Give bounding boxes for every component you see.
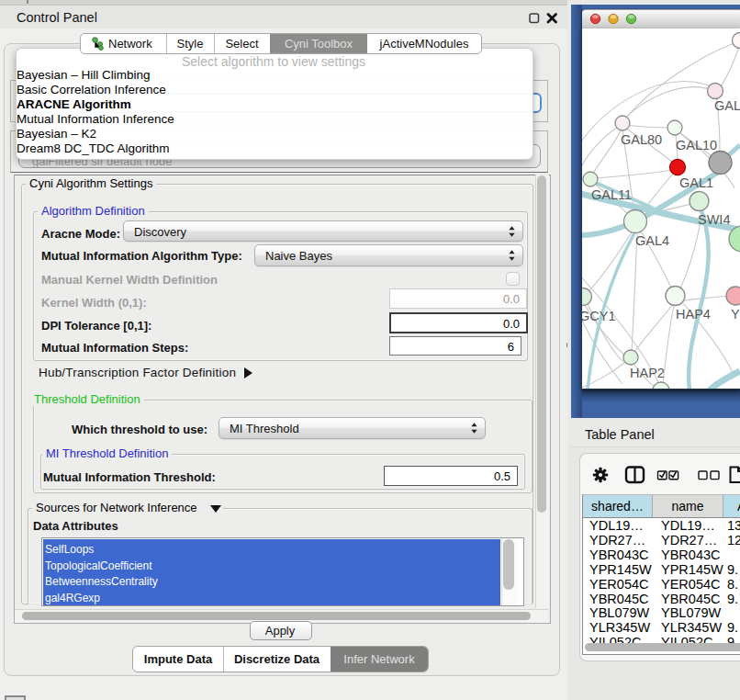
- svg-text:SWI4: SWI4: [698, 212, 730, 227]
- svg-text:HAP4: HAP4: [676, 307, 711, 322]
- svg-text:HAP2: HAP2: [630, 366, 665, 380]
- svg-text:GCY1: GCY1: [582, 309, 616, 323]
- svg-text:GAL4: GAL4: [635, 233, 669, 248]
- svg-text:GAL80: GAL80: [621, 132, 662, 147]
- svg-text:Y: Y: [731, 307, 740, 322]
- svg-text:GAL1: GAL1: [679, 175, 713, 190]
- svg-text:GAL2: GAL2: [714, 98, 740, 113]
- svg-text:GAL10: GAL10: [676, 138, 717, 152]
- svg-text:GAL11: GAL11: [591, 187, 632, 202]
